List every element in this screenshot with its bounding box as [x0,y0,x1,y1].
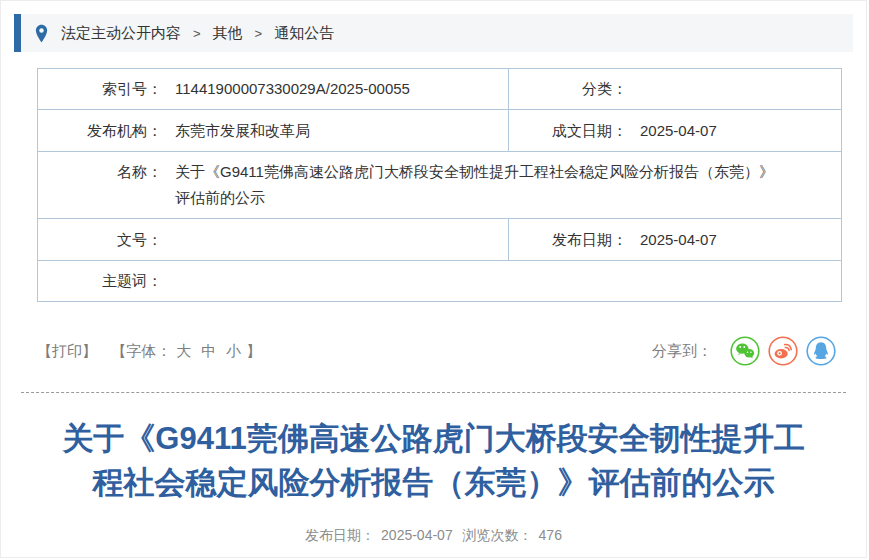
weibo-icon [768,336,798,366]
page-title: 关于《G9411莞佛高速公路虎门大桥段安全韧性提升工程社会稳定风险分析报告（东莞… [49,417,819,505]
breadcrumb: 法定主动公开内容 > 其他 > 通知公告 [14,14,853,52]
breadcrumb-separator: > [193,26,201,41]
article-meta: 发布日期：2025-04-07 浏览次数：476 [1,527,866,545]
article-views-value: 476 [539,527,562,543]
table-row: 主题词： [38,261,842,302]
written-date-value: 2025-04-07 [640,118,717,144]
print-font-tools: 【打印】 【字体：大中小】 [37,342,261,361]
document-metadata-table: 索引号：11441900007330029A/2025-00055 分类： 发布… [37,68,842,302]
document-name-value: 关于《G9411莞佛高速公路虎门大桥段安全韧性提升工程社会稳定风险分析报告（东莞… [175,159,787,211]
index-number-value: 11441900007330029A/2025-00055 [175,76,410,102]
toolbar: 【打印】 【字体：大中小】 分享到： [1,336,866,366]
font-size-small-button[interactable]: 小 [226,342,241,359]
font-size-medium-button[interactable]: 中 [201,342,216,359]
breadcrumb-item-notices[interactable]: 通知公告 [274,24,334,43]
share-tools: 分享到： [652,336,836,366]
table-row: 文号： 发布日期：2025-04-07 [38,219,842,261]
publish-date-value: 2025-04-07 [640,227,717,253]
page: 法定主动公开内容 > 其他 > 通知公告 索引号：114419000073300… [0,0,867,558]
wechat-icon [730,336,760,366]
keywords-label: 主题词： [38,268,162,294]
written-date-label: 成文日期： [509,118,627,144]
article-publish-date-value: 2025-04-07 [381,527,453,543]
font-size-large-button[interactable]: 大 [176,342,191,359]
qq-share-button[interactable] [806,336,836,366]
index-number-label: 索引号： [38,76,162,102]
weibo-share-button[interactable] [768,336,798,366]
map-pin-icon [34,24,49,43]
breadcrumb-item-legal-disclosure[interactable]: 法定主动公开内容 [61,24,181,43]
table-row: 发布机构：东莞市发展和改革局 成文日期：2025-04-07 [38,110,842,152]
table-row: 名称：关于《G9411莞佛高速公路虎门大桥段安全韧性提升工程社会稳定风险分析报告… [38,152,842,219]
dashed-divider [21,392,846,393]
publish-date-label: 发布日期： [509,227,627,253]
wechat-share-button[interactable] [730,336,760,366]
breadcrumb-item-other[interactable]: 其他 [213,24,243,43]
document-name-label: 名称： [38,159,162,185]
issuing-agency-label: 发布机构： [38,118,162,144]
issuing-agency-value: 东莞市发展和改革局 [175,118,310,144]
category-label: 分类： [509,76,627,102]
article-publish-date-label: 发布日期： [305,527,375,543]
article-views-label: 浏览次数： [463,527,533,543]
font-size-label-suffix: 】 [246,342,261,359]
breadcrumb-separator: > [255,26,263,41]
qq-icon [806,336,836,366]
font-size-label: 【字体： [111,342,171,359]
print-button[interactable]: 【打印】 [37,342,97,359]
table-row: 索引号：11441900007330029A/2025-00055 分类： [38,69,842,110]
doc-number-label: 文号： [38,227,162,253]
share-to-label: 分享到： [652,342,712,361]
